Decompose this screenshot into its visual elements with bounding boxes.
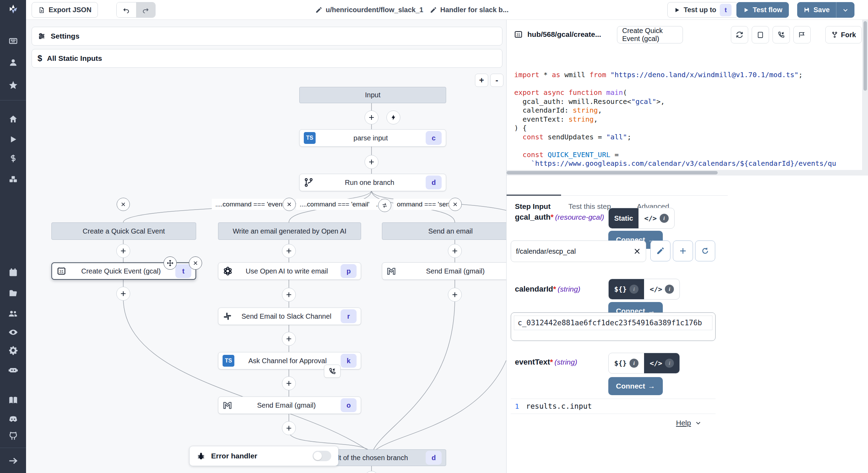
home-icon[interactable]: [0, 112, 26, 126]
add-step-button[interactable]: [448, 244, 462, 258]
delete-branch-button[interactable]: [117, 198, 130, 211]
suspend-approval-icon[interactable]: [324, 365, 341, 378]
move-branch-icon[interactable]: [378, 199, 391, 212]
step-node-run-one-branch[interactable]: Run one branch d: [299, 174, 446, 191]
static-mode-segment[interactable]: Static: [609, 208, 639, 228]
info-icon[interactable]: i: [629, 359, 639, 368]
step-id-badge: k: [341, 354, 357, 368]
groups-icon[interactable]: [0, 307, 26, 320]
variables-icon[interactable]: [0, 152, 26, 165]
javascript-mode-segment[interactable]: </>i: [644, 353, 679, 373]
box-icon-button[interactable]: [752, 26, 769, 43]
flow-path-breadcrumb[interactable]: u/henricourdent/flow_slack_1: [315, 0, 423, 20]
favorites-star-icon[interactable]: [0, 78, 26, 92]
gcal-calendar-icon: 31: [56, 266, 67, 276]
add-step-button[interactable]: [116, 244, 130, 258]
step-id-badge: c: [426, 131, 442, 145]
add-step-button[interactable]: [282, 288, 296, 302]
add-step-button[interactable]: [282, 421, 296, 435]
move-step-handle[interactable]: [164, 256, 177, 270]
flow-canvas[interactable]: Settings $ All Static Inputs + - Input T…: [26, 20, 506, 473]
test-up-to-button[interactable]: Test up to t: [667, 2, 738, 18]
github-icon[interactable]: [0, 429, 26, 443]
step-node-send-gmail-right[interactable]: Send Email (gmail): [382, 262, 506, 280]
branch-header[interactable]: Write an email generated by Open AI: [218, 222, 361, 240]
code-hscrollbar[interactable]: [507, 170, 868, 176]
add-step-button[interactable]: [365, 155, 378, 169]
step-summary-input[interactable]: Create Quick Event (gcal): [617, 26, 683, 43]
info-icon[interactable]: i: [660, 214, 669, 223]
reload-icon-button[interactable]: [731, 26, 748, 43]
event-text-connect-button[interactable]: Connect→: [608, 377, 663, 395]
apps-icon[interactable]: [0, 34, 26, 48]
add-step-button[interactable]: [282, 332, 296, 346]
export-json-button[interactable]: Export JSON: [32, 2, 98, 18]
help-link[interactable]: Help: [676, 419, 701, 427]
resource-picker-input[interactable]: f/calendar/escp_cal: [511, 240, 646, 262]
info-icon[interactable]: i: [665, 359, 674, 368]
step-node-slack-channel[interactable]: Send Email to Slack Channel r: [218, 308, 361, 325]
add-step-button[interactable]: [448, 288, 462, 302]
folders-icon[interactable]: [0, 286, 26, 300]
svg-text:31: 31: [59, 269, 64, 274]
error-handler-toggle[interactable]: [312, 451, 331, 461]
add-step-button[interactable]: [365, 111, 378, 124]
all-static-inputs-bar[interactable]: $ All Static Inputs: [32, 49, 502, 68]
delete-branch-button[interactable]: [449, 198, 462, 211]
add-resource-button[interactable]: [673, 240, 693, 261]
undo-button[interactable]: [117, 2, 136, 17]
step-editor-panel: 31 hub/568/gcal/create... Create Quick E…: [506, 20, 868, 473]
branch-header[interactable]: Send an email: [382, 222, 506, 240]
sleep-icon-button[interactable]: [793, 26, 811, 43]
expand-sidebar-icon[interactable]: [0, 454, 26, 468]
error-handler-label: Error handler: [211, 452, 307, 460]
flow-input-node[interactable]: Input: [299, 87, 446, 103]
discord-icon[interactable]: [0, 412, 26, 426]
info-icon[interactable]: i: [629, 285, 639, 294]
resources-icon[interactable]: [0, 172, 26, 186]
template-mode-segment[interactable]: ${}i: [609, 353, 644, 373]
code-vscrollbar[interactable]: [862, 20, 868, 170]
code-editor[interactable]: import * as wmill from "https://deno.lan…: [514, 53, 858, 169]
settings-gear-icon[interactable]: [0, 343, 26, 357]
branch-header[interactable]: Create a Quick Gcal Event: [51, 222, 196, 240]
delete-branch-button[interactable]: [283, 198, 296, 211]
javascript-mode-segment[interactable]: </>i: [639, 208, 674, 228]
docs-book-icon[interactable]: [0, 393, 26, 407]
refresh-resource-button[interactable]: [695, 240, 715, 261]
schedules-icon[interactable]: [0, 266, 26, 279]
fork-button[interactable]: Fork: [825, 26, 862, 43]
save-dropdown-button[interactable]: [836, 2, 854, 18]
remove-step-button[interactable]: [189, 256, 202, 270]
add-step-button[interactable]: [282, 376, 296, 390]
template-mode-segment[interactable]: ${}i: [609, 279, 644, 299]
audit-eye-icon[interactable]: [0, 325, 26, 339]
flow-title-breadcrumb[interactable]: Handler for slack b...: [430, 0, 509, 20]
clear-icon[interactable]: [633, 247, 641, 255]
test-flow-button[interactable]: Test flow: [736, 2, 789, 18]
event-text-expr-editor[interactable]: 1 results.c.input: [511, 399, 716, 414]
workers-robot-icon[interactable]: [0, 363, 26, 377]
zoom-out-button[interactable]: -: [490, 74, 503, 87]
step-node-parse-input[interactable]: TS parse input c: [299, 129, 446, 147]
redo-button[interactable]: [136, 2, 156, 17]
calendar-id-value-input[interactable]: c_0312442e881ae6fcf1dec23f54916a389f1c17…: [514, 316, 712, 330]
add-step-button[interactable]: [282, 244, 296, 258]
runs-icon[interactable]: [0, 132, 26, 146]
zoom-in-button[interactable]: +: [475, 74, 488, 87]
flow-settings-bar[interactable]: Settings: [32, 27, 502, 46]
edit-resource-button[interactable]: [650, 240, 670, 261]
edit-pencil-icon: [315, 7, 322, 14]
user-icon[interactable]: [0, 56, 26, 70]
add-step-button[interactable]: [116, 287, 130, 301]
save-button[interactable]: Save: [797, 2, 836, 18]
windmill-logo-icon[interactable]: [0, 2, 26, 16]
script-path: 31 hub/568/gcal/create...: [514, 30, 601, 39]
trigger-bolt-button[interactable]: [386, 111, 400, 124]
step-node-send-gmail[interactable]: Send Email (gmail) o: [218, 397, 361, 414]
suspend-phone-icon-button[interactable]: [773, 26, 790, 43]
step-node-openai-email[interactable]: Use Open AI to write email p: [218, 262, 361, 280]
calendar-id-mode-toggle: ${}i </>i: [608, 279, 680, 300]
info-icon[interactable]: i: [665, 285, 674, 294]
javascript-mode-segment[interactable]: </>i: [644, 279, 679, 299]
